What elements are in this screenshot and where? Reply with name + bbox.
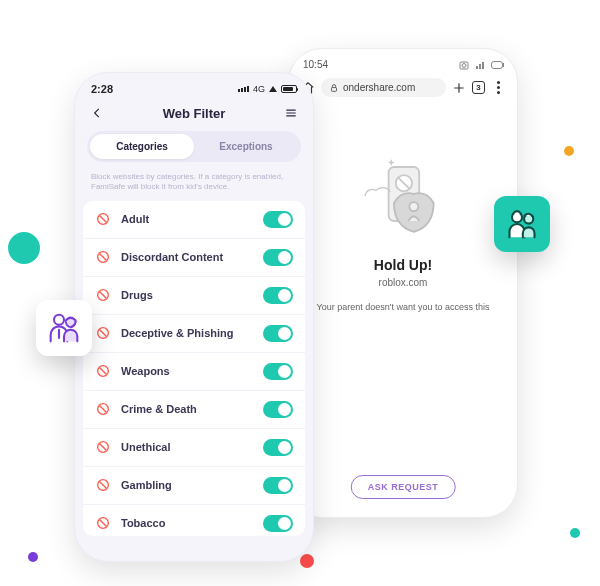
helper-text: Block websites by categories. If a categ… [75, 170, 313, 201]
status-time: 2:28 [91, 83, 113, 95]
battery-icon [281, 85, 297, 93]
hamburger-icon[interactable] [283, 105, 299, 121]
toggle-switch[interactable] [263, 211, 293, 228]
category-row-tobacco: Tobacco [83, 505, 305, 536]
toggle-switch[interactable] [263, 287, 293, 304]
blocked-message: Your parent doesn't want you to access t… [307, 302, 499, 312]
status-bar: 10:54 [289, 49, 517, 74]
svg-point-1 [462, 63, 466, 67]
app-icon-kids [494, 196, 550, 252]
toggle-switch[interactable] [263, 363, 293, 380]
category-row-unethical: Unethical [83, 429, 305, 467]
toggle-switch[interactable] [263, 401, 293, 418]
back-icon[interactable] [89, 105, 105, 121]
decor-dot-purple [28, 552, 38, 562]
toggle-switch[interactable] [263, 325, 293, 342]
ban-icon [95, 515, 111, 531]
signal-strength-icon [238, 86, 249, 92]
tabs-count[interactable]: 3 [472, 81, 485, 94]
category-label: Deceptive & Phishing [121, 327, 263, 339]
battery-icon [491, 61, 503, 69]
category-row-crime: Crime & Death [83, 391, 305, 429]
ban-icon [95, 363, 111, 379]
page-title: Web Filter [163, 106, 226, 121]
phone-web-filter: 2:28 4G Web Filter Categories Exceptions… [74, 72, 314, 562]
toggle-switch[interactable] [263, 249, 293, 266]
category-row-adult: Adult [83, 201, 305, 239]
decor-dot-orange [564, 146, 574, 156]
category-list: Adult Discordant Content Drugs Deceptive… [83, 201, 305, 536]
tab-categories[interactable]: Categories [90, 134, 194, 159]
blocked-site: roblox.com [307, 277, 499, 288]
decor-dot-red [300, 554, 314, 568]
category-label: Unethical [121, 441, 263, 453]
toggle-switch[interactable] [263, 439, 293, 456]
category-label: Discordant Content [121, 251, 263, 263]
category-label: Crime & Death [121, 403, 263, 415]
svg-point-15 [54, 315, 64, 325]
ban-icon [95, 287, 111, 303]
address-text: ondershare.com [343, 82, 415, 93]
ban-icon [95, 249, 111, 265]
wifi-icon [269, 86, 277, 92]
toggle-switch[interactable] [263, 477, 293, 494]
decor-dot-teal-large [8, 232, 40, 264]
blocked-page-content: Hold Up! roblox.com Your parent doesn't … [289, 107, 517, 312]
lock-icon [329, 83, 339, 93]
signal-icon [475, 60, 487, 70]
new-tab-icon[interactable] [452, 81, 466, 95]
blocked-title: Hold Up! [307, 257, 499, 273]
overflow-menu-icon[interactable] [491, 81, 505, 95]
app-icon-parents [36, 300, 92, 356]
tab-exceptions[interactable]: Exceptions [194, 134, 298, 159]
ban-icon [95, 401, 111, 417]
ban-icon [95, 211, 111, 227]
category-row-discordant: Discordant Content [83, 239, 305, 277]
status-bar: 2:28 4G [75, 73, 313, 99]
status-icons: 4G [238, 84, 297, 94]
network-label: 4G [253, 84, 265, 94]
category-label: Tobacco [121, 517, 263, 529]
decor-dot-teal-small [570, 528, 580, 538]
ask-request-button[interactable]: ASK REQUEST [351, 475, 456, 499]
category-row-phishing: Deceptive & Phishing [83, 315, 305, 353]
blocked-illustration [348, 149, 458, 239]
camera-icon [459, 60, 471, 70]
screen-header: Web Filter [75, 99, 313, 131]
category-label: Weapons [121, 365, 263, 377]
svg-point-5 [409, 202, 418, 211]
ban-icon [95, 477, 111, 493]
toggle-switch[interactable] [263, 515, 293, 532]
address-bar[interactable]: ondershare.com [321, 78, 446, 97]
status-icons [459, 60, 503, 70]
category-row-drugs: Drugs [83, 277, 305, 315]
phone-browser-blocked: 10:54 ondershare.com 3 [288, 48, 518, 518]
category-label: Gambling [121, 479, 263, 491]
ban-icon [95, 325, 111, 341]
category-label: Adult [121, 213, 263, 225]
svg-rect-2 [332, 87, 337, 91]
category-row-gambling: Gambling [83, 467, 305, 505]
ban-icon [95, 439, 111, 455]
category-row-weapons: Weapons [83, 353, 305, 391]
filter-tabs: Categories Exceptions [87, 131, 301, 162]
category-label: Drugs [121, 289, 263, 301]
browser-toolbar: ondershare.com 3 [289, 74, 517, 107]
status-time: 10:54 [303, 59, 328, 70]
